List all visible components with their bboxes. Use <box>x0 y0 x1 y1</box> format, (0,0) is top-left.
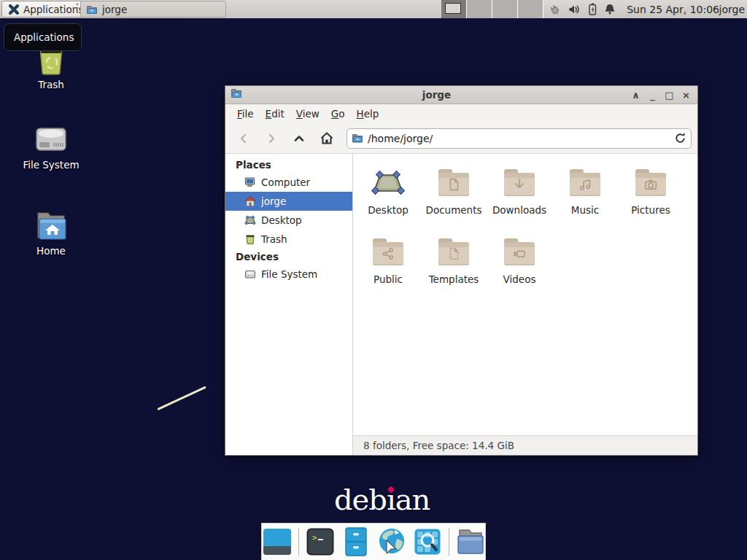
file-label: Videos <box>503 273 536 285</box>
folder-icon-documents <box>436 166 471 201</box>
folder-icon-downloads <box>502 166 537 201</box>
window-titlebar[interactable]: jorge ∧ _ □ × <box>225 86 697 104</box>
sidebar: Places Computer jorge <box>225 154 353 455</box>
sidebar-item-jorge[interactable]: jorge <box>225 192 352 211</box>
file-label: Templates <box>429 273 479 285</box>
home-icon <box>244 195 256 207</box>
show-desktop-icon <box>263 528 292 556</box>
location-bar[interactable]: /home/jorge/ <box>347 128 692 149</box>
top-panel: Applications ••• jorge <box>0 0 747 18</box>
folder-icon-videos <box>502 235 537 270</box>
reload-icon[interactable] <box>674 132 686 144</box>
web-browser-globe-icon <box>377 527 406 556</box>
status-text: 8 folders, Free space: 14.4 GiB <box>363 440 514 451</box>
home-button[interactable] <box>314 128 339 149</box>
xfce-logo-icon <box>8 4 20 15</box>
panel-username[interactable]: jorge <box>719 0 745 18</box>
close-button[interactable]: × <box>679 90 693 101</box>
panel-clock[interactable]: Sun 25 Apr, 10:06 <box>627 0 719 18</box>
shade-button[interactable]: ∧ <box>629 90 643 101</box>
app-finder-icon <box>414 528 441 556</box>
desktop-icon <box>244 214 256 226</box>
file-item-documents[interactable]: Documents <box>421 166 487 228</box>
notification-bell-icon[interactable] <box>604 3 616 15</box>
up-button[interactable] <box>287 128 311 149</box>
file-manager-launcher[interactable] <box>456 527 485 556</box>
power-plug-icon[interactable] <box>547 3 562 16</box>
workspace-switcher[interactable] <box>441 0 543 18</box>
menu-go[interactable]: Go <box>325 105 351 122</box>
toolbar: /home/jorge/ <box>225 123 697 154</box>
folder-icon <box>456 528 485 556</box>
file-manager-window: jorge ∧ _ □ × File Edit View Go Help <box>225 85 698 456</box>
file-item-templates[interactable]: Templates <box>421 235 487 298</box>
dock-separator <box>298 528 299 556</box>
menu-edit[interactable]: Edit <box>260 105 290 122</box>
panel-grip-handle[interactable]: ••• <box>75 3 80 15</box>
statusbar: 8 folders, Free space: 14.4 GiB <box>353 435 697 455</box>
battery-icon[interactable] <box>587 3 597 15</box>
folder-icon-public <box>371 235 406 270</box>
forward-button[interactable] <box>259 128 284 149</box>
file-label: Documents <box>426 204 482 216</box>
drive-icon <box>244 268 256 280</box>
folder-icon <box>86 4 98 15</box>
location-path[interactable]: /home/jorge/ <box>368 133 670 144</box>
path-folder-icon <box>352 133 363 144</box>
sidebar-header-places: Places <box>225 157 352 173</box>
sidebar-item-file-system[interactable]: File System <box>225 265 352 284</box>
hard-drive-icon <box>34 122 69 156</box>
terminal-launcher[interactable]: > <box>306 527 335 556</box>
taskbar-window-button[interactable]: jorge <box>80 1 226 18</box>
dock-separator <box>449 528 449 556</box>
file-label: Desktop <box>368 204 409 216</box>
dock-panel: > <box>261 523 486 560</box>
back-button[interactable] <box>231 128 256 149</box>
svg-text:>: > <box>312 533 317 542</box>
file-item-downloads[interactable]: Downloads <box>487 166 552 228</box>
file-label: Music <box>571 204 599 216</box>
folder-icon-templates <box>436 235 471 270</box>
file-item-music[interactable]: Music <box>552 166 618 228</box>
menu-file[interactable]: File <box>231 105 260 122</box>
home-folder-icon <box>34 210 69 242</box>
window-title: jorge <box>244 89 629 101</box>
sidebar-item-desktop[interactable]: Desktop <box>225 211 352 230</box>
file-item-public[interactable]: Public <box>355 235 421 298</box>
trash-icon <box>244 233 256 245</box>
file-label: Public <box>374 273 403 285</box>
applications-tooltip: Applications <box>4 23 82 51</box>
desktop-icon-label: File System <box>23 159 79 171</box>
workspace-4[interactable] <box>518 0 543 18</box>
terminal-icon: > <box>306 528 334 556</box>
file-item-pictures[interactable]: Pictures <box>618 166 684 228</box>
desktop-icon-file-system[interactable]: File System <box>16 122 86 171</box>
sidebar-header-devices: Devices <box>225 249 352 265</box>
desktop-icon-home[interactable]: Home <box>16 210 86 257</box>
show-desktop-button[interactable] <box>263 527 292 556</box>
file-item-desktop[interactable]: Desktop <box>355 166 421 228</box>
desktop-icon-label: Trash <box>38 79 64 90</box>
folder-icon-pictures <box>633 166 668 201</box>
taskbar-window-label: jorge <box>102 4 127 15</box>
web-browser-launcher[interactable] <box>377 527 406 556</box>
desktop-special-icon <box>371 166 406 201</box>
menubar: File Edit View Go Help <box>225 104 697 123</box>
menu-help[interactable]: Help <box>351 105 385 122</box>
app-finder-launcher[interactable] <box>413 527 442 556</box>
file-item-videos[interactable]: Videos <box>487 235 552 298</box>
workspace-1[interactable] <box>441 0 467 18</box>
window-icon <box>230 88 244 102</box>
file-grid: Desktop Documents <box>353 154 697 435</box>
wallpaper-swoosh-line <box>157 386 206 411</box>
minimize-button[interactable]: _ <box>646 90 659 101</box>
workspace-2[interactable] <box>467 0 492 18</box>
sidebar-item-computer[interactable]: Computer <box>225 173 352 192</box>
menu-view[interactable]: View <box>290 105 325 122</box>
file-cabinet-launcher[interactable] <box>341 527 371 556</box>
computer-icon <box>244 176 256 188</box>
sidebar-item-trash[interactable]: Trash <box>225 230 352 249</box>
workspace-3[interactable] <box>492 0 518 18</box>
volume-icon[interactable] <box>568 4 581 15</box>
maximize-button[interactable]: □ <box>662 90 676 101</box>
